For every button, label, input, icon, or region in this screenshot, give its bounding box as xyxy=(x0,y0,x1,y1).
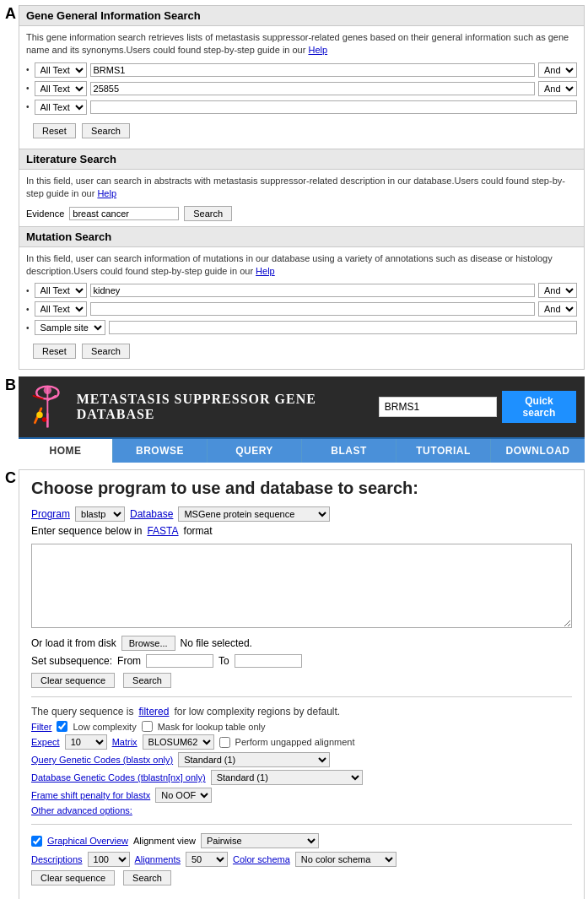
query-gc-row: Query Genetic Codes (blastx only) Standa… xyxy=(31,752,572,767)
evidence-input[interactable] xyxy=(69,207,179,220)
frame-link[interactable]: Frame shift penalty for blastx xyxy=(31,790,150,800)
gene-search-button[interactable]: Search xyxy=(82,123,130,138)
section-b-label: B xyxy=(5,376,16,394)
gene-field-select-2[interactable]: All Text xyxy=(35,81,87,96)
alignment-select[interactable]: Pairwise Query-anchored xyxy=(201,833,319,848)
nav-tutorial[interactable]: TUTORIAL xyxy=(396,439,491,463)
db-gc-row: Database Genetic Codes (tblastn[nx] only… xyxy=(31,770,572,785)
mutation-field-input-3[interactable] xyxy=(109,321,577,334)
mutation-search-title: Mutation Search xyxy=(19,227,584,247)
subseq-row: Set subsequence: From To xyxy=(31,654,572,668)
graphical-link[interactable]: Graphical Overview xyxy=(47,836,128,846)
clear-sequence-button-2[interactable]: Clear sequence xyxy=(31,870,115,885)
nav-home[interactable]: HOME xyxy=(19,439,113,463)
mutation-field-input-2[interactable] xyxy=(90,302,535,316)
filtered-link[interactable]: filtered xyxy=(138,706,169,718)
query-gc-select[interactable]: Standard (1) xyxy=(178,752,330,767)
fasta-link[interactable]: FASTA xyxy=(147,525,178,537)
alignments-select[interactable]: 50 100 25 xyxy=(186,852,228,867)
gene-and-select-2[interactable]: And Or Not xyxy=(538,81,577,96)
gene-field-input-2[interactable] xyxy=(90,82,535,95)
frame-select[interactable]: No OOF xyxy=(155,788,212,803)
program-select[interactable]: blastp blastn blastx tblastn xyxy=(75,506,125,522)
output-section: Graphical Overview Alignment view Pairwi… xyxy=(31,833,572,885)
from-label: From xyxy=(117,655,141,667)
gene-reset-button[interactable]: Reset xyxy=(33,123,76,138)
descriptions-select[interactable]: 100 50 250 xyxy=(88,852,130,867)
program-link[interactable]: Program xyxy=(31,508,70,520)
gene-buttons-row: Reset Search xyxy=(26,120,577,144)
gene-search-desc: This gene information search retrieves l… xyxy=(26,31,577,57)
database-select[interactable]: MSGene protein sequence MSGene nucleotid… xyxy=(178,506,330,522)
gene-search-help-link[interactable]: Help xyxy=(308,45,327,55)
gene-and-select-1[interactable]: And Or Not xyxy=(538,62,577,78)
graphical-checkbox[interactable] xyxy=(31,836,42,847)
mutation-field-select-1[interactable]: All Text xyxy=(35,283,87,298)
literature-search-desc: In this field, user can search in abstra… xyxy=(26,175,577,201)
matrix-link[interactable]: Matrix xyxy=(112,737,138,747)
gene-field-input-3[interactable] xyxy=(90,100,577,114)
gene-field-input-1[interactable] xyxy=(90,63,535,77)
literature-search-button[interactable]: Search xyxy=(184,206,232,221)
color-select[interactable]: No color schema xyxy=(295,852,396,867)
matrix-select[interactable]: BLOSUM62 BLOSUM45 BLOSUM80 xyxy=(143,734,214,750)
mutation-search-button[interactable]: Search xyxy=(82,344,130,359)
clear-sequence-button-1[interactable]: Clear sequence xyxy=(31,673,115,688)
header-logo: Metastasis Suppressor Gene Database xyxy=(27,383,379,431)
mutation-help-link[interactable]: Help xyxy=(256,266,275,276)
blast-sequence-textarea[interactable] xyxy=(31,544,572,628)
filter-link[interactable]: Filter xyxy=(31,722,51,732)
file-row: Or load it from disk Browse... No file s… xyxy=(31,636,572,651)
perform-ungapped-checkbox[interactable] xyxy=(219,737,230,748)
gene-field-select-3[interactable]: All Text xyxy=(35,100,87,115)
divider-2 xyxy=(31,824,572,825)
db-gc-link[interactable]: Database Genetic Codes (tblastn[nx] only… xyxy=(31,772,206,783)
mutation-reset-button[interactable]: Reset xyxy=(33,344,76,359)
gene-search-row-2: • All Text And Or Not xyxy=(26,81,577,96)
blast-program-row: Program blastp blastn blastx tblastn Dat… xyxy=(31,506,572,522)
blast-search-button-1[interactable]: Search xyxy=(123,673,171,688)
db-gc-select[interactable]: Standard (1) xyxy=(211,770,363,785)
bullet-2: • xyxy=(26,84,30,93)
no-file-label: No file selected. xyxy=(181,637,252,649)
header-search-input[interactable] xyxy=(379,397,497,417)
low-complexity-checkbox[interactable] xyxy=(57,721,67,732)
blast-search-button-2[interactable]: Search xyxy=(123,870,171,885)
color-schema-link[interactable]: Color schema xyxy=(233,854,290,864)
mut-bullet-3: • xyxy=(26,323,30,333)
mask-checkbox[interactable] xyxy=(142,721,153,732)
mutation-search-desc: In this field, user can search informati… xyxy=(26,252,577,279)
browse-button[interactable]: Browse... xyxy=(121,636,175,651)
mutation-and-select-2[interactable]: And Or Not xyxy=(538,301,577,317)
alignments-link[interactable]: Alignments xyxy=(135,854,181,864)
mutation-search-row-1: • All Text And Or Not xyxy=(26,283,577,298)
query-gc-link[interactable]: Query Genetic Codes (blastx only) xyxy=(31,755,173,765)
nav-browse[interactable]: BROWSE xyxy=(113,439,208,463)
mutation-field-select-2[interactable]: All Text xyxy=(35,301,87,317)
nav-query[interactable]: QUERY xyxy=(208,439,302,463)
from-input[interactable] xyxy=(146,654,213,668)
expect-select[interactable]: 10 1 0.1 xyxy=(65,734,107,750)
expect-link[interactable]: Expect xyxy=(31,737,60,747)
mutation-field-select-3[interactable]: Sample site xyxy=(35,320,105,335)
section-c-label: C xyxy=(5,469,16,487)
nav-blast[interactable]: BLAST xyxy=(302,439,396,463)
gene-field-select-1[interactable]: All Text xyxy=(35,62,87,78)
blast-buttons-row-2: Clear sequence Search xyxy=(31,870,572,885)
mut-bullet-1: • xyxy=(26,286,30,295)
database-link[interactable]: Database xyxy=(130,508,173,520)
descriptions-link[interactable]: Descriptions xyxy=(31,854,83,864)
literature-help-link[interactable]: Help xyxy=(97,188,116,198)
evidence-row: Evidence Search xyxy=(26,206,577,221)
to-label: To xyxy=(218,655,229,667)
divider-1 xyxy=(31,696,572,697)
header-section: Metastasis Suppressor Gene Database Quic… xyxy=(19,376,585,463)
other-adv-link[interactable]: Other advanced options: xyxy=(31,805,132,815)
to-input[interactable] xyxy=(235,654,302,668)
mutation-and-select-1[interactable]: And Or Not xyxy=(538,283,577,298)
mutation-search-row-3: • Sample site xyxy=(26,320,577,335)
nav-download[interactable]: DOWNLOAD xyxy=(491,439,585,463)
quick-search-button[interactable]: Quick search xyxy=(502,391,576,423)
gene-search-title: Gene General Information Search xyxy=(19,6,584,26)
mutation-field-input-1[interactable] xyxy=(90,284,535,297)
